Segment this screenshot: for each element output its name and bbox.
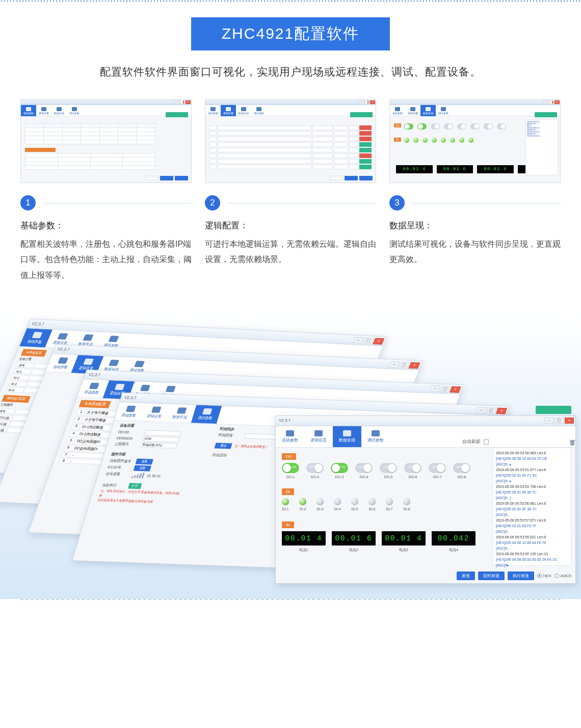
screenshot-row: –▢× 基础参数 逻辑设置 数据呈现 调试参数 xyxy=(0,99,581,183)
bottom-dashed-rule xyxy=(20,599,561,600)
tab-label: 基础参数 xyxy=(27,339,43,344)
section-local-logic: 本地逻辑配置 xyxy=(79,400,111,408)
ai-label: 电流2 xyxy=(349,548,358,553)
radio-ascii[interactable]: ASCII xyxy=(554,574,571,578)
feature-3: 3 数据呈现： 测试结果可视化，设备与软件同步呈现，更直观更高效。 xyxy=(389,195,561,283)
report-mode-input[interactable] xyxy=(141,443,178,449)
tab-label: 调试参数 xyxy=(69,112,80,115)
screenshot-logic-config: –▢× 基础参数 逻辑设置 数据呈现 调试参数 xyxy=(205,99,376,183)
auto-refresh-row: 自动刷新 xyxy=(462,438,489,445)
table-row: AI-4 xyxy=(6,387,25,393)
feature-title: 逻辑配置： xyxy=(205,220,376,231)
di-led-col: DI-7 xyxy=(386,498,393,511)
log-panel-header[interactable] xyxy=(536,406,571,414)
tab-label: 逻辑设置 xyxy=(223,112,233,115)
feature-body: 可进行本地逻辑运算，无需依赖云端。逻辑自由设置，无需依赖场景。 xyxy=(205,237,376,268)
do-toggle-col: DO-3 xyxy=(331,463,348,479)
do-label: DO-6 xyxy=(409,475,417,479)
serial-open-button[interactable]: 打开 xyxy=(128,483,142,489)
target-fw-label: 目标固件版本 xyxy=(109,458,134,464)
do-toggle-col: DO-6 xyxy=(404,463,421,479)
tab-label: 调试参数 xyxy=(367,437,384,443)
do-label: DO-7 xyxy=(433,475,442,479)
minimize-icon[interactable]: – xyxy=(544,418,553,424)
auto-refresh-checkbox[interactable] xyxy=(484,439,489,445)
do-toggle-col: DO-5 xyxy=(380,463,397,479)
tab-label: 逻辑设置 xyxy=(408,112,418,115)
do-toggle[interactable] xyxy=(282,463,299,473)
do-toggle[interactable] xyxy=(306,463,324,473)
di-led-col: DI-2 xyxy=(299,498,306,511)
auto-refresh-label: 自动刷新 xyxy=(462,438,481,445)
table-row: AI-2 xyxy=(11,375,30,381)
version-input[interactable] xyxy=(142,436,179,443)
tab-label: 数据呈现 xyxy=(172,414,188,420)
feature-number-badge: 3 xyxy=(389,195,405,211)
tab-label: 基础参数 xyxy=(23,112,34,115)
radio-hex[interactable]: HEX xyxy=(537,574,551,578)
window-version: V2.3.7 xyxy=(124,395,137,400)
di-label: DI-5 xyxy=(351,507,358,511)
signal-label: 信号质量 xyxy=(105,472,130,478)
exec-send-button[interactable]: 执行发送 xyxy=(508,571,534,580)
top-dotted-rule xyxy=(0,0,581,2)
signal-tick-labels: 15 35 51 xyxy=(146,474,161,478)
read-button[interactable]: 读取 xyxy=(134,465,151,472)
tab-label: 数据呈现 xyxy=(423,112,433,115)
close-icon[interactable]: × xyxy=(565,418,574,424)
feature-1: 1 基础参数： 配置相关波特率，注册包，心跳包和服务器IP端口等。包含特色功能：… xyxy=(20,195,192,283)
di-led-col: DI-4 xyxy=(334,498,341,511)
section-di: DI xyxy=(282,488,294,495)
screenshot-data-view: –▢× 基础参数 逻辑设置 数据呈现 调试参数 DO DI 00.01 4 00… xyxy=(389,99,561,183)
do-toggle-col: DO-8 xyxy=(453,463,470,479)
tab-basic[interactable]: 基础参数 xyxy=(276,426,304,447)
window-controls[interactable]: –▢× xyxy=(544,418,574,424)
maximize-icon[interactable]: ▢ xyxy=(554,418,564,424)
log-button xyxy=(350,112,373,117)
read-button[interactable]: 读取 xyxy=(136,459,153,465)
ai-label: 电流3 xyxy=(399,548,408,553)
ai-label: 电流1 xyxy=(299,548,308,553)
do-toggle[interactable] xyxy=(355,463,373,473)
tab-label: 调试参数 xyxy=(197,415,213,421)
title-banner: ZHC4921配置软件 xyxy=(0,17,581,50)
tab-label: 基础参数 xyxy=(282,437,298,443)
send-button[interactable]: 发送 xyxy=(457,571,475,580)
col-header: 序号 xyxy=(16,362,35,369)
do-toggle[interactable] xyxy=(453,463,470,473)
section-network: 网络端口设置 xyxy=(2,395,31,403)
feature-number-badge: 1 xyxy=(20,195,36,211)
do-label: DO-4 xyxy=(360,475,368,479)
tab-debug[interactable]: 调试参数 xyxy=(361,426,390,447)
log-button xyxy=(166,112,188,117)
feature-title: 基础参数： xyxy=(20,220,192,231)
window-version: V2.3.7 xyxy=(31,322,45,327)
feature-title: 数据呈现： xyxy=(389,220,561,231)
tab-logic[interactable]: 逻辑设置 xyxy=(304,426,333,447)
di-led xyxy=(368,498,376,505)
do-toggle-col: DO-4 xyxy=(355,463,373,479)
do-toggle[interactable] xyxy=(404,463,421,473)
log-panel: 2019-05-06 05:53:50.989 Len:8 [HEX]295 0… xyxy=(493,448,571,566)
chart-icon xyxy=(343,430,351,436)
active-report-label: 主动上报 xyxy=(19,357,33,361)
ai-readout-col: 00.01 4电流1 xyxy=(282,531,326,553)
section-do: DO xyxy=(282,453,296,460)
tab-debug[interactable]: 调试参数 xyxy=(191,405,222,424)
section-ai: AI xyxy=(282,522,294,528)
do-toggle[interactable] xyxy=(331,463,348,473)
timed-send-button[interactable]: 定时发送 xyxy=(478,571,505,580)
devid-input[interactable] xyxy=(144,430,181,436)
restart-button[interactable]: 重启 xyxy=(214,443,232,449)
do-toggle[interactable] xyxy=(380,463,397,473)
title-banner-text: ZHC4921配置软件 xyxy=(191,17,390,50)
do-toggle[interactable] xyxy=(429,463,446,473)
di-led xyxy=(351,498,358,505)
ai-lcd: 00.042 xyxy=(432,531,476,545)
ai-lcd: 00.01 4 xyxy=(282,531,326,545)
trash-icon[interactable] xyxy=(569,439,575,446)
do-label: DO-5 xyxy=(384,475,393,479)
signal-bars-icon xyxy=(131,472,145,479)
tab-data[interactable]: 数据呈现 xyxy=(333,426,361,447)
serial-port-label: 当前串口 xyxy=(101,482,126,488)
